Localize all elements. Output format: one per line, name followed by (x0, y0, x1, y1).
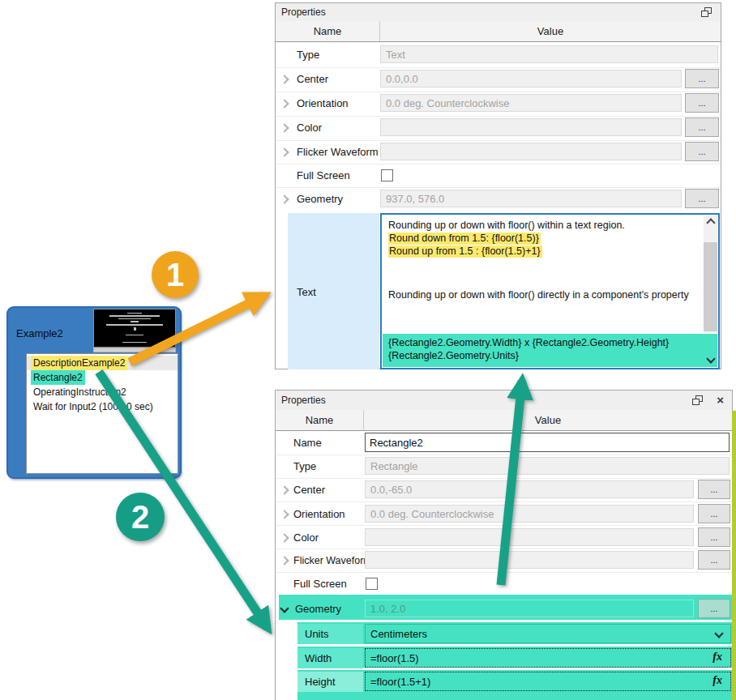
collapse-chevron-icon[interactable] (280, 604, 289, 612)
vertical-scrollbar[interactable] (704, 216, 717, 367)
property-label: Center (297, 68, 328, 91)
list-item-operating-instruction[interactable]: OperatingInstruction2 (27, 385, 178, 399)
teal-highlighted-text: {Rectangle2.Geometry.Width} x {Rectangle… (388, 337, 669, 349)
units-combobox[interactable]: Centimeters (365, 624, 731, 643)
expand-chevron-icon[interactable] (280, 194, 289, 203)
properties-panel-rectangle: Properties × Name Value Name Type Rectan… (275, 390, 733, 700)
property-row-color: Color ... (276, 117, 721, 139)
more-button[interactable]: ... (685, 117, 719, 137)
property-label: Name (293, 432, 322, 455)
scrollbar-thumb[interactable] (704, 242, 717, 331)
thumbnail-frame (93, 348, 176, 352)
name-input[interactable] (365, 433, 730, 452)
property-label: Color (297, 117, 322, 139)
text-value-editor[interactable]: Rounding up or down with floor() within … (380, 213, 720, 369)
expand-chevron-icon[interactable] (280, 99, 289, 108)
expand-chevron-icon[interactable] (280, 485, 289, 494)
fullscreen-checkbox[interactable] (381, 169, 393, 181)
panel-edge-highlight (732, 411, 736, 700)
property-row-geometry: Geometry 937.0, 576.0 ... (276, 188, 721, 211)
property-label: Width (305, 652, 332, 664)
expand-chevron-icon[interactable] (280, 556, 289, 565)
property-label: Orientation (297, 92, 349, 115)
property-row-units: Units Centimeters (276, 623, 732, 646)
type-value-field: Rectangle (365, 457, 730, 475)
property-row-fullscreen: Full Screen (276, 573, 732, 595)
fx-function-icon[interactable]: fx (712, 674, 722, 687)
fullscreen-checkbox[interactable] (366, 578, 378, 590)
more-button[interactable]: ... (698, 504, 730, 523)
property-label: Flicker Waveform (297, 141, 379, 164)
property-row-center: Center 0.0,-65.0 ... (276, 479, 732, 502)
screen-thumbnail (93, 309, 176, 348)
height-formula-field[interactable]: =floor(1.5+1) (365, 672, 731, 691)
more-button[interactable]: ... (685, 189, 719, 208)
scroll-up-button[interactable] (704, 216, 717, 229)
float-window-icon[interactable] (692, 395, 703, 405)
step-number: 2 (131, 499, 149, 536)
orientation-value-field: 0.0 deg. Counterclockwise (380, 94, 682, 112)
scroll-down-button[interactable] (704, 353, 717, 367)
step-number: 1 (166, 257, 184, 293)
teal-highlighted-label: Rectangle2 (31, 370, 85, 385)
fx-function-icon[interactable]: fx (712, 651, 722, 664)
expand-chevron-icon[interactable] (280, 510, 289, 519)
color-value-field (365, 528, 694, 546)
property-label: Flicker Waveform (293, 549, 372, 572)
expand-chevron-icon[interactable] (280, 123, 289, 132)
panel-header[interactable]: Properties (276, 3, 721, 22)
column-header: Name Value (276, 410, 732, 431)
more-button[interactable]: ... (685, 93, 719, 113)
color-value-field (380, 118, 682, 136)
more-button[interactable]: ... (698, 480, 730, 499)
width-formula-field[interactable]: =floor(1.5) (365, 648, 731, 668)
text-property-name-cell: Text (288, 213, 379, 369)
teal-highlighted-text: {Rectangle2.Geometry.Units} (388, 350, 519, 362)
float-window-icon[interactable] (701, 7, 712, 17)
property-label: Text (297, 286, 316, 298)
list-item-rectangle[interactable]: Rectangle2 (27, 370, 178, 385)
chevron-up-icon (706, 218, 715, 227)
text-line: Rounding up or down with floor() directl… (388, 289, 689, 301)
property-row-name: Name (276, 432, 732, 455)
step-2-badge: 2 (116, 493, 165, 541)
text-line: Rounding up or down with floor() within … (388, 220, 625, 232)
panel-header[interactable]: Properties × (276, 391, 732, 411)
geometry-value-field: 1.0, 2.0 (365, 600, 694, 617)
type-value-field: Text (380, 45, 718, 63)
yellow-highlighted-text: Round up from 1.5 : {floor(1.5)+1} (388, 245, 542, 258)
close-icon[interactable]: × (717, 394, 724, 407)
screenshot-root: Properties Name Value Type Text Center 0… (0, 0, 736, 700)
properties-panel-text: Properties Name Value Type Text Center 0… (275, 2, 721, 369)
geometry-value-field: 937.0, 576.0 (380, 190, 682, 207)
property-label: Geometry (295, 598, 341, 621)
yellow-highlighted-label: DescriptionExample2 (31, 356, 127, 370)
column-header-name: Name (276, 21, 379, 41)
event-card-example2[interactable]: Example2 DescriptionExample2 Rectangle2 … (6, 306, 182, 479)
more-button[interactable]: ... (685, 69, 719, 88)
subproperty-name-cell: Width (297, 648, 363, 668)
property-label: Full Screen (297, 164, 350, 187)
property-row-color: Color ... (276, 527, 732, 549)
orientation-value-field: 0.0 deg. Counterclockwise (365, 505, 694, 523)
text-line: Round up from 1.5 : {floor(1.5)+1} (388, 245, 542, 258)
center-value-field: 0.0,-65.0 (365, 480, 694, 498)
yellow-highlighted-text: Round down from 1.5: {floor(1.5)} (388, 233, 541, 245)
property-label: Type (293, 455, 316, 478)
step-1-badge: 1 (152, 251, 199, 298)
expand-chevron-icon[interactable] (280, 533, 289, 542)
property-row-type: Type Rectangle (276, 455, 732, 478)
expand-chevron-icon[interactable] (280, 147, 289, 156)
more-button[interactable]: ... (698, 599, 730, 618)
list-item-description[interactable]: DescriptionExample2 (27, 356, 178, 370)
list-item-wait-for-input[interactable]: Wait for Input2 (1000.0 sec) (27, 399, 178, 414)
more-button[interactable]: ... (698, 527, 730, 547)
column-header-value: Value (364, 410, 732, 430)
more-button[interactable]: ... (685, 142, 719, 161)
chevron-down-icon (706, 354, 715, 363)
column-header-value: Value (380, 21, 721, 41)
panel-title: Properties (281, 6, 326, 18)
center-value-field: 0.0,0.0 (380, 70, 682, 88)
expand-chevron-icon[interactable] (280, 75, 289, 83)
more-button[interactable]: ... (698, 550, 730, 570)
